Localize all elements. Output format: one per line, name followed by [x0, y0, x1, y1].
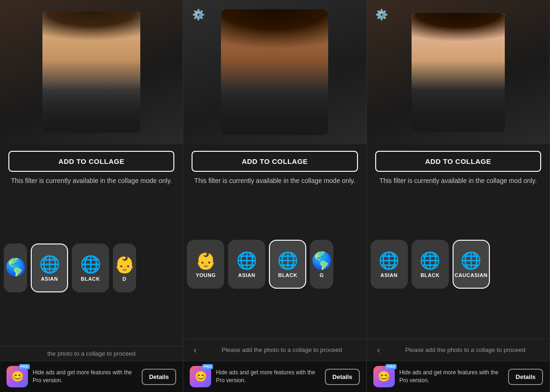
filter-notice-3: This filter is currently available in th… [367, 172, 550, 190]
filter-notice-2: This filter is currently available in th… [183, 172, 366, 190]
filter-label-baby-1: D [123, 276, 126, 282]
filter-emoji-asian-2: 🌐 [236, 251, 257, 270]
filter-label-asian-1: ASIAN [41, 276, 58, 282]
filter-emoji-black-2: 🌐 [277, 251, 298, 270]
nav-text-3: Please add the photo to a collage to pro… [387, 346, 543, 353]
chevron-left-icon-3[interactable]: ‹ [373, 343, 384, 357]
add-to-collage-button-1[interactable]: ADD TO COLLAGE [8, 151, 174, 172]
photo-area-3: ⚙️ [367, 0, 550, 144]
filter-emoji-young-2: 👶 [195, 251, 216, 270]
filter-emoji-black-3: 🌐 [419, 251, 440, 270]
nav-text-2: Please add the photo to a collage to pro… [204, 346, 360, 353]
pro-badge-3: PRO [385, 364, 396, 369]
panel-1: ADD TO COLLAGE This filter is currently … [0, 0, 183, 392]
filter-item-baby-1[interactable]: 👶 D [113, 243, 136, 292]
photo-area-1 [0, 0, 183, 144]
face-image-1 [42, 12, 140, 133]
ad-text-2: Hide ads and get more features with the … [216, 369, 320, 385]
filter-item-partial-left-1[interactable]: 🌎 [4, 243, 27, 292]
details-button-2[interactable]: Details [325, 369, 360, 385]
filter-item-asian-2[interactable]: 🌐 ASIAN [228, 240, 265, 289]
face-visual-1 [42, 12, 140, 133]
filter-label-caucasian-3: CAUCASIAN [454, 272, 488, 278]
add-to-collage-button-3[interactable]: ADD TO COLLAGE [375, 151, 541, 172]
details-button-1[interactable]: Details [142, 369, 177, 385]
filter-item-black-1[interactable]: 🌐 BLACK [72, 243, 109, 292]
nav-text-1: the photo to a collage to proceed [7, 350, 176, 357]
filter-emoji-partial-1: 🌎 [5, 257, 26, 277]
pro-badge-1: PRO [19, 364, 30, 369]
ad-text-3: Hide ads and get more features with the … [399, 369, 504, 385]
filter-label-black-3: BLACK [420, 272, 440, 278]
filter-label-black-1: BLACK [81, 276, 100, 282]
filter-strip-2: 👶 YOUNG 🌐 ASIAN 🌐 BLACK 🌎 G [183, 190, 366, 338]
face-image-2 [221, 9, 328, 135]
filter-emoji-partial-2: 🌎 [311, 251, 332, 270]
filter-strip-1: 🌎 🌐 ASIAN 🌐 BLACK 👶 D [0, 190, 183, 346]
ad-bar-3: 😊 PRO Hide ads and get more features wit… [367, 361, 550, 392]
bottom-nav-2: ‹ Please add the photo to a collage to p… [183, 338, 366, 361]
filter-label-black-2: BLACK [278, 272, 297, 278]
photo-area-2: ⚙️ [183, 0, 366, 144]
ad-bar-1: 😊 PRO Hide ads and get more features wit… [0, 361, 183, 392]
filter-item-young-2[interactable]: 👶 YOUNG [187, 240, 224, 289]
filter-item-asian-1[interactable]: 🌐 ASIAN [31, 243, 68, 292]
app-icon-2: 😊 PRO [190, 366, 211, 387]
app-icon-3: 😊 PRO [373, 366, 395, 387]
filter-label-partial-2: G [320, 272, 324, 278]
chevron-left-icon-2[interactable]: ‹ [190, 343, 200, 357]
bottom-nav-3: ‹ Please add the photo to a collage to p… [367, 338, 550, 361]
panel-3: ⚙️ ADD TO COLLAGE This filter is current… [367, 0, 550, 392]
filter-item-asian-3[interactable]: 🌐 ASIAN [371, 240, 408, 289]
face-visual-2 [221, 9, 328, 135]
filter-label-asian-2: ASIAN [238, 272, 255, 278]
face-visual-3 [412, 13, 505, 132]
filter-emoji-asian-3: 🌐 [378, 251, 399, 270]
ad-text-1: Hide ads and get more features with the … [33, 369, 137, 385]
add-to-collage-button-2[interactable]: ADD TO COLLAGE [192, 151, 358, 172]
pro-badge-2: PRO [202, 364, 213, 369]
filter-notice-1: This filter is currently available in th… [0, 172, 183, 190]
filter-strip-3: 🌐 ASIAN 🌐 BLACK 🌐 CAUCASIAN [367, 190, 550, 338]
filter-label-asian-3: ASIAN [380, 272, 398, 278]
face-image-3 [412, 13, 505, 132]
filter-item-partial-right-2[interactable]: 🌎 G [310, 240, 333, 289]
ad-bar-2: 😊 PRO Hide ads and get more features wit… [183, 361, 366, 392]
bottom-nav-1: the photo to a collage to proceed [0, 346, 183, 361]
filter-emoji-asian-1: 🌐 [39, 255, 60, 274]
filter-item-black-2[interactable]: 🌐 BLACK [269, 240, 306, 289]
app-icon-1: 😊 PRO [7, 366, 28, 387]
filter-label-young-2: YOUNG [196, 272, 216, 278]
filter-emoji-caucasian-3: 🌐 [461, 251, 481, 270]
panel-2: ⚙️ ADD TO COLLAGE This filter is current… [183, 0, 366, 392]
settings-icon-3[interactable]: ⚙️ [373, 7, 390, 23]
settings-icon-2[interactable]: ⚙️ [190, 7, 206, 23]
filter-item-black-3[interactable]: 🌐 BLACK [412, 240, 449, 289]
details-button-3[interactable]: Details [508, 369, 543, 385]
filter-item-caucasian-3[interactable]: 🌐 CAUCASIAN [453, 240, 490, 289]
filter-emoji-baby-1: 👶 [114, 255, 135, 274]
filter-emoji-black-1: 🌐 [80, 255, 101, 274]
